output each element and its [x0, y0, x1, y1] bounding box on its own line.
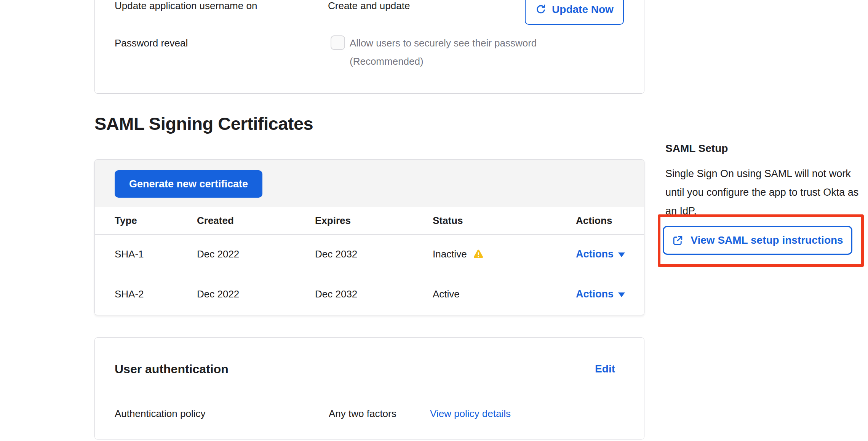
- app-settings-card: Update application username on Create an…: [94, 0, 644, 94]
- caret-down-icon: [618, 252, 625, 257]
- col-header-actions: Actions: [566, 215, 644, 227]
- password-reveal-checkbox[interactable]: [331, 35, 345, 50]
- cert-actions-menu[interactable]: Actions: [566, 288, 644, 300]
- certificates-panel-header: Generate new certificate: [95, 160, 644, 207]
- refresh-icon: [535, 4, 547, 15]
- generate-certificate-button[interactable]: Generate new certificate: [115, 170, 262, 198]
- update-now-label: Update Now: [552, 3, 614, 16]
- cert-expires: Dec 2032: [315, 248, 433, 260]
- view-saml-instructions-label: View SAML setup instructions: [691, 234, 843, 246]
- certificates-table-header: Type Created Expires Status Actions: [95, 207, 644, 235]
- cert-status: Inactive: [433, 248, 467, 260]
- external-link-icon: [672, 235, 684, 246]
- authentication-policy-value: Any two factors: [329, 408, 396, 420]
- password-reveal-description: Allow users to securely see their passwo…: [350, 34, 586, 70]
- cert-actions-menu[interactable]: Actions: [566, 248, 644, 260]
- saml-setup-sidebar: SAML Setup Single Sign On using SAML wil…: [665, 142, 864, 220]
- col-header-status: Status: [433, 215, 566, 227]
- user-authentication-card: User authentication Edit Authentication …: [94, 337, 644, 439]
- update-now-button[interactable]: Update Now: [525, 0, 624, 25]
- password-reveal-line1: Allow users to securely see their passwo…: [350, 34, 586, 52]
- warning-icon: [472, 249, 484, 260]
- cert-created: Dec 2022: [197, 248, 315, 260]
- view-policy-details-link[interactable]: View policy details: [430, 408, 511, 420]
- cert-created: Dec 2022: [197, 288, 315, 300]
- cert-type: SHA-2: [115, 288, 197, 300]
- cert-status: Active: [433, 288, 460, 300]
- col-header-created: Created: [197, 215, 315, 227]
- saml-setup-description: Single Sign On using SAML will not work …: [665, 165, 862, 220]
- certificate-row-sha1: SHA-1 Dec 2022 Dec 2032 Inactive Actions: [95, 235, 644, 274]
- authentication-policy-label: Authentication policy: [115, 408, 205, 420]
- col-header-type: Type: [115, 215, 197, 227]
- username-update-value: Create and update: [328, 0, 410, 12]
- certificate-row-sha2: SHA-2 Dec 2022 Dec 2032 Active Actions: [95, 274, 644, 314]
- cert-expires: Dec 2032: [315, 288, 433, 300]
- user-authentication-title: User authentication: [115, 362, 229, 376]
- password-reveal-label: Password reveal: [115, 37, 188, 49]
- page-title: SAML Signing Certificates: [94, 113, 313, 134]
- saml-setup-title: SAML Setup: [665, 142, 864, 155]
- username-update-label: Update application username on: [115, 0, 257, 12]
- actions-label: Actions: [576, 288, 614, 300]
- saml-certificates-panel: Generate new certificate Type Created Ex…: [94, 159, 644, 315]
- caret-down-icon: [618, 292, 625, 297]
- password-reveal-line2: (Recommended): [350, 52, 586, 70]
- view-saml-instructions-button[interactable]: View SAML setup instructions: [663, 226, 852, 255]
- cert-type: SHA-1: [115, 248, 197, 260]
- col-header-expires: Expires: [315, 215, 433, 227]
- edit-link[interactable]: Edit: [595, 363, 615, 375]
- actions-label: Actions: [576, 248, 614, 260]
